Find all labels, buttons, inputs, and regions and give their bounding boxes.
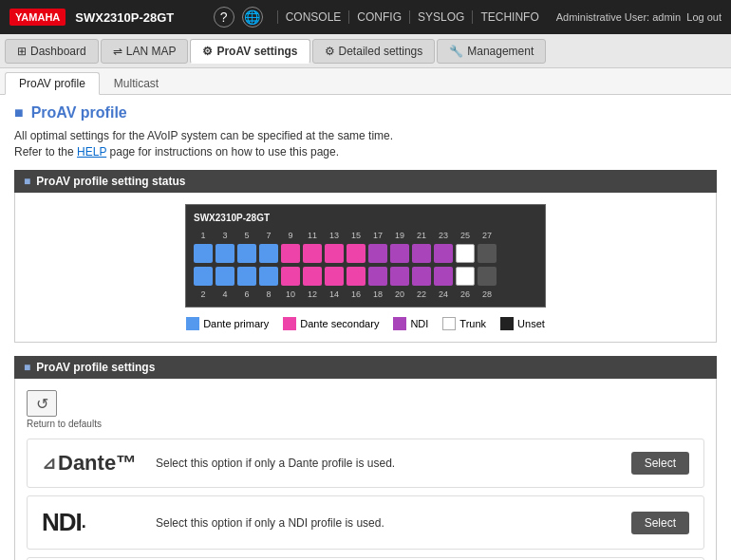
legend-trunk: Trunk [442,317,486,330]
nav-proav[interactable]: ⚙ ProAV settings [190,39,309,64]
return-icon: ↺ [27,390,57,417]
nav-lanmap[interactable]: ⇌ LAN MAP [101,39,189,64]
port-15 [347,244,366,263]
tab-multicast[interactable]: Multicast [100,72,173,94]
port-17 [368,244,387,263]
bottom-ports-row [194,267,537,286]
yamaha-logo: YAMAHA [9,9,66,26]
return-label: Return to defaults [27,419,102,429]
techinfo-link[interactable]: TECHINFO [472,10,546,24]
user-info: Administrative User: admin Log out [556,11,722,23]
port-7 [259,244,278,263]
dante-select-button[interactable]: Select [631,452,689,475]
page-title-icon: ■ [14,104,24,121]
legend-ndi-icon [393,317,406,330]
port-13 [325,244,344,263]
switch-diagram: SWX2310P-28GT 13579111315171921232527 24… [27,204,704,308]
logout-link[interactable]: Log out [686,11,722,23]
tabs-bar: ProAV profile Multicast [0,68,731,95]
port-21 [412,244,431,263]
bottom-port-numbers: 246810121416182022242628 [194,289,537,299]
settings-section-body: ↺ Return to defaults ⊿Dante™ Select this… [14,379,717,560]
port-11 [303,244,322,263]
port-legend: Dante primary Dante secondary NDI Trunk … [27,317,704,330]
switch-box: SWX2310P-28GT 13579111315171921232527 24… [185,204,546,308]
dante-logo-text: ⊿Dante™ [42,451,137,476]
management-icon: 🔧 [449,45,463,58]
legend-dante-primary: Dante primary [186,317,269,330]
port-4 [216,267,234,286]
proav-icon: ⚙ [202,45,213,58]
status-header-icon: ■ [24,175,30,188]
legend-dante-primary-icon [186,317,199,330]
ndi-dot: . [82,513,86,532]
help-icon[interactable]: ? [214,7,234,28]
legend-trunk-icon [442,317,456,330]
legend-dante-secondary-icon [283,317,296,330]
status-section-header: ■ ProAV profile setting status [14,170,717,193]
nav-dashboard[interactable]: ⊞ Dashboard [5,39,99,64]
description-line1: All optimal settings for the AVoIP syste… [14,129,717,142]
main-nav: ⊞ Dashboard ⇌ LAN MAP ⚙ ProAV settings ⚙… [0,34,731,68]
legend-unset: Unset [500,317,545,330]
port-24 [434,267,453,286]
port-25 [456,244,475,263]
ndi-select-button[interactable]: Select [631,512,689,534]
content-area: ■ ProAV profile All optimal settings for… [0,95,731,560]
port-10 [281,267,300,286]
port-12 [303,267,322,286]
help-link[interactable]: HELP [77,145,106,159]
dante-logo: ⊿Dante™ [42,451,156,476]
legend-unset-icon [500,317,514,330]
top-bar: YAMAHA SWX2310P-28GT ? 🌐 CONSOLE CONFIG … [0,0,731,34]
page-title: ProAV profile [31,104,127,121]
port-22 [412,267,431,286]
ndi-description: Select this option if only a NDI profile… [156,516,631,530]
settings-section-header: ■ ProAV profile settings [14,356,717,379]
port-9 [281,244,300,263]
detailed-icon: ⚙ [325,45,335,58]
top-icons: ? 🌐 [214,7,263,28]
port-14 [325,267,344,286]
port-3 [216,244,234,263]
top-ports-row [194,244,537,263]
port-8 [259,267,278,286]
legend-dante-secondary: Dante secondary [283,317,379,330]
lanmap-icon: ⇌ [113,45,122,58]
switch-name: SWX2310P-28GT [194,213,537,223]
settings-header-icon: ■ [24,361,30,374]
port-5 [237,244,256,263]
dashboard-icon: ⊞ [17,45,27,58]
port-26 [456,267,475,286]
legend-ndi: NDI [393,317,428,330]
dante-description: Select this option if only a Dante profi… [156,457,631,470]
dante-profile-option: ⊿Dante™ Select this option if only a Dan… [27,439,704,488]
globe-icon[interactable]: 🌐 [242,7,263,28]
port-23 [434,244,453,263]
return-defaults-btn[interactable]: ↺ Return to defaults [27,390,704,429]
description-line2: Refer to the HELP page for instructions … [14,145,717,159]
port-16 [347,267,366,286]
config-link[interactable]: CONFIG [348,10,409,24]
port-2 [194,267,213,286]
status-section-body: SWX2310P-28GT 13579111315171921232527 24… [14,193,717,343]
ndi-profile-option: NDI . Select this option if only a NDI p… [27,495,704,550]
port-19 [390,244,409,263]
console-link[interactable]: CONSOLE [277,10,349,24]
port-28 [478,267,497,286]
port-6 [237,267,256,286]
page-title-container: ■ ProAV profile [14,104,717,121]
syslog-link[interactable]: SYSLOG [409,10,472,24]
nav-detailed[interactable]: ⚙ Detailed settings [312,39,436,64]
tab-proav-profile[interactable]: ProAV profile [5,72,100,95]
port-18 [368,267,387,286]
ndi-logo-text: NDI [42,508,82,537]
top-port-numbers: 13579111315171921232527 [194,231,537,240]
nav-management[interactable]: 🔧 Management [437,39,546,64]
port-27 [478,244,497,263]
top-nav-links: CONSOLE CONFIG SYSLOG TECHINFO [277,10,547,24]
device-name: SWX2310P-28GT [75,10,213,25]
port-1 [194,244,213,263]
ndi-logo: NDI . [42,508,156,537]
port-20 [390,267,409,286]
